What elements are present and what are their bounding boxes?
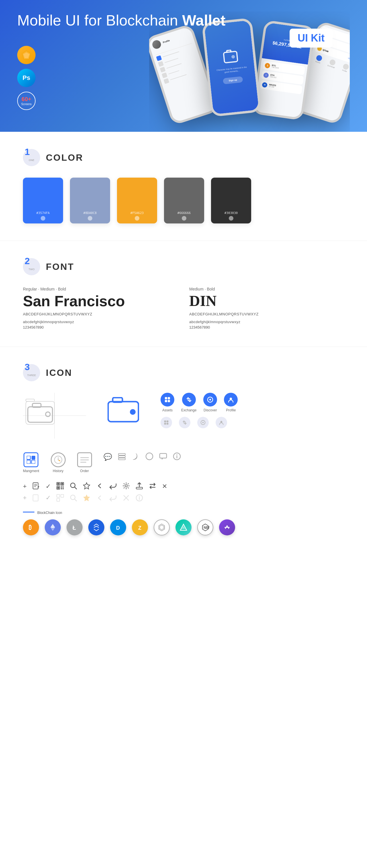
wallet-icon-sketch (23, 393, 86, 439)
svg-rect-15 (168, 400, 170, 402)
crypto-coins-row: ₿ Ł D Z (23, 519, 344, 535)
ps-badge: Ps (17, 69, 35, 87)
hero-badges: Ps 60+ Screens (17, 46, 35, 110)
svg-text:Ł: Ł (73, 525, 76, 531)
svg-rect-56 (61, 487, 62, 488)
icon-circle-outline (145, 452, 153, 462)
wallet-icon-blue (103, 393, 143, 427)
section-number-3: 3 THREE (23, 364, 40, 381)
icon-share (109, 482, 117, 491)
svg-marker-62 (83, 483, 90, 489)
svg-point-41 (146, 453, 153, 460)
font-section: 2 TWO FONT Regular · Medium · Bold San F… (0, 241, 367, 347)
swatch-black: #303030 (211, 178, 251, 223)
svg-rect-23 (164, 423, 166, 425)
svg-rect-65 (33, 495, 38, 501)
svg-rect-24 (167, 423, 169, 425)
icon-profile-ghost (216, 417, 227, 428)
toolbar-icons-ghost-row: + ✓ (23, 494, 344, 502)
svg-point-37 (58, 459, 59, 460)
icon-history: History (51, 452, 66, 473)
icon-star-gold (83, 494, 90, 502)
icon-discover: Discover (203, 393, 217, 412)
svg-point-45 (176, 454, 177, 455)
toolbar-icons-row: + ✓ ✕ (23, 482, 344, 491)
svg-text:NEM: NEM (204, 526, 209, 530)
icon-upload (136, 482, 143, 491)
icon-section: 3 THREE ICON (0, 347, 367, 553)
icon-settings (122, 482, 130, 491)
svg-rect-66 (57, 494, 60, 497)
icon-close: ✕ (162, 483, 167, 490)
icon-management: Mangment (23, 452, 39, 473)
svg-point-76 (139, 496, 140, 497)
svg-rect-21 (164, 421, 166, 423)
color-swatches: #3574FA #8DA0C8 #F5A623 #666666 #303030 (23, 178, 344, 223)
svg-rect-6 (28, 407, 53, 422)
svg-rect-46 (33, 483, 38, 489)
ui-kit-badge: UI Kit (289, 29, 333, 48)
section-number-1: 1 ONE (23, 149, 40, 166)
swatch-blue: #3574FA (23, 178, 63, 223)
svg-text:₿: ₿ (29, 524, 32, 531)
hero-section: Mobile UI for Blockchain Wallet UI Kit P… (0, 0, 367, 132)
svg-rect-13 (168, 397, 170, 399)
svg-line-70 (75, 499, 77, 501)
icon-discover-ghost (197, 417, 209, 428)
svg-rect-31 (32, 456, 35, 460)
svg-rect-22 (167, 421, 169, 423)
coin-matic (219, 519, 235, 535)
svg-rect-14 (165, 400, 167, 402)
font-din: Medium · Bold DIN ABCDEFGHIJKLMNOPQRSTUV… (189, 287, 344, 330)
screens-badge: 60+ Screens (17, 92, 35, 110)
svg-point-28 (202, 422, 204, 424)
coin-dash: D (110, 519, 126, 535)
color-section: 1 ONE COLOR #3574FA #8DA0C8 #F5A623 #666… (0, 132, 367, 241)
section-number-2: 2 TWO (23, 258, 40, 275)
coin-ethereum (45, 519, 61, 535)
icon-moon (132, 452, 140, 462)
coin-zcash: Z (132, 519, 148, 535)
svg-rect-55 (57, 487, 59, 489)
icon-layers (118, 452, 126, 462)
font-title: FONT (46, 261, 74, 272)
svg-rect-12 (165, 397, 167, 399)
svg-rect-58 (61, 488, 62, 489)
icon-star (83, 482, 90, 491)
svg-rect-57 (62, 487, 64, 488)
icon-info-ghost (136, 494, 143, 502)
icon-document-edit (32, 482, 40, 491)
svg-rect-68 (57, 498, 60, 501)
swatch-gray-blue: #8DA0C8 (70, 178, 110, 223)
phone-mockup-2: Character may be mastered in the good mo… (202, 18, 261, 117)
svg-marker-71 (83, 495, 90, 501)
icon-qr-ghost (56, 494, 64, 502)
coin-litecoin: Ł (66, 519, 83, 535)
svg-rect-53 (61, 483, 63, 485)
svg-rect-39 (118, 456, 125, 458)
icon-assets-ghost (161, 417, 172, 428)
svg-rect-10 (113, 398, 122, 402)
icon-title: ICON (46, 368, 72, 378)
icon-check-ghost: ✓ (46, 494, 51, 502)
svg-rect-67 (61, 494, 64, 497)
icon-back (96, 482, 104, 491)
icon-message (159, 452, 167, 462)
swatch-orange: #F5A623 (117, 178, 157, 223)
svg-rect-32 (27, 460, 30, 464)
svg-rect-33 (32, 460, 35, 464)
svg-point-19 (209, 399, 211, 401)
font-grid: Regular · Medium · Bold San Francisco AB… (23, 287, 344, 330)
svg-point-63 (125, 485, 127, 487)
svg-line-61 (75, 487, 77, 489)
svg-rect-51 (57, 483, 59, 485)
svg-text:D: D (116, 525, 120, 531)
icon-assets: Assets (161, 393, 174, 412)
swatch-dark-gray: #666666 (164, 178, 204, 223)
svg-marker-78 (51, 524, 55, 529)
icon-check: ✓ (46, 483, 51, 490)
icon-exchange-ghost (179, 417, 190, 428)
icon-plus: + (23, 483, 27, 490)
svg-rect-30 (27, 456, 30, 460)
icon-search (70, 482, 77, 491)
